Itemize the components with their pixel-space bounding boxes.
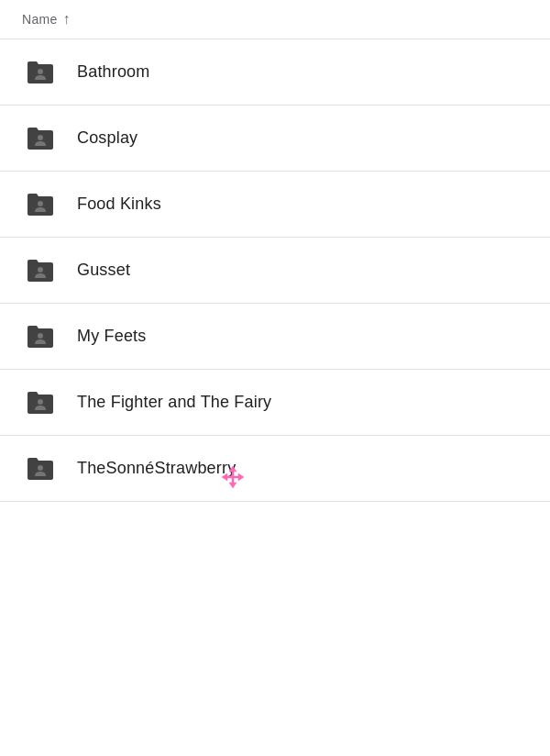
svg-marker-7 — [222, 466, 244, 488]
list-item[interactable]: TheSonnéStrawberry — [0, 436, 550, 502]
list-header[interactable]: Name ↑ — [0, 0, 550, 39]
list-item[interactable]: My Feets — [0, 304, 550, 370]
list-item[interactable]: Gusset — [0, 238, 550, 304]
svg-point-1 — [38, 135, 43, 140]
svg-point-0 — [38, 69, 43, 74]
folder-label: Bathroom — [77, 62, 149, 82]
folder-label: Gusset — [77, 261, 130, 280]
name-column-header[interactable]: Name ↑ — [22, 11, 71, 28]
sort-ascending-icon: ↑ — [62, 11, 70, 28]
svg-point-6 — [38, 465, 43, 471]
folder-label: My Feets — [77, 327, 146, 346]
folder-label: Cosplay — [77, 128, 138, 148]
list-item[interactable]: The Fighter and The Fairy — [0, 370, 550, 436]
svg-point-2 — [38, 201, 43, 206]
folder-icon — [22, 252, 59, 289]
list-item[interactable]: Bathroom — [0, 39, 550, 106]
folder-label: Food Kinks — [77, 195, 161, 214]
folder-icon — [22, 384, 59, 421]
folder-label: TheSonnéStrawberry — [77, 459, 236, 478]
move-cursor-icon — [220, 464, 246, 494]
folder-icon — [22, 450, 59, 487]
svg-point-5 — [38, 399, 43, 405]
folder-label: The Fighter and The Fairy — [77, 393, 271, 412]
folder-icon — [22, 318, 59, 355]
svg-point-3 — [38, 267, 43, 272]
folder-list: Bathroom Cosplay Food Kinks Gusset — [0, 39, 550, 502]
svg-point-4 — [38, 333, 43, 339]
list-item[interactable]: Food Kinks — [0, 172, 550, 238]
list-item[interactable]: Cosplay — [0, 106, 550, 172]
folder-icon — [22, 54, 59, 91]
folder-icon — [22, 120, 59, 157]
folder-icon — [22, 186, 59, 223]
name-column-label: Name — [22, 12, 57, 27]
